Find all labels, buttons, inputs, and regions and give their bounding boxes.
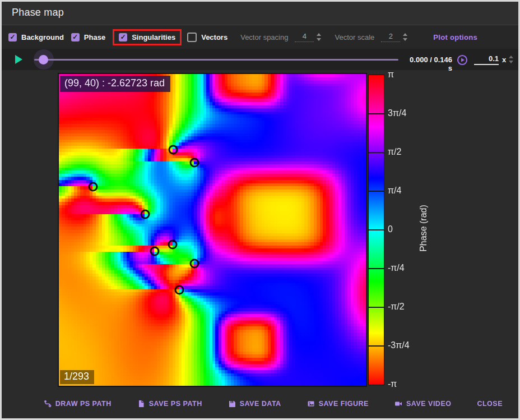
numeric-field-value[interactable]: 2 (381, 32, 400, 42)
speed-input[interactable]: 0.1 (474, 54, 499, 65)
singularity-marker (174, 285, 184, 294)
colorbar (368, 75, 384, 385)
colorbar-tick-line (369, 191, 384, 192)
numeric-field-group: Vector spacing4Vector scale2 (235, 31, 415, 43)
checkbox-checked-icon[interactable]: ✓ (71, 33, 80, 41)
colorbar-tick-line (369, 345, 384, 347)
action-button-label: CLOSE (477, 400, 503, 408)
colorbar-tick-line (369, 152, 384, 153)
colorbar-tick-label: π/2 (388, 147, 401, 157)
action-button-label: SAVE DATA (240, 400, 281, 408)
window-title: Phase map (12, 7, 64, 19)
phase-map: (99, 40) : -2.62723 rad 1/293 (58, 73, 367, 387)
colorbar-tick-label: -π/2 (388, 302, 405, 312)
checkbox-label: Background (21, 33, 64, 41)
colorbar-tick-label: -3π/4 (388, 340, 410, 350)
action-button-label: SAVE VIDEO (406, 400, 451, 408)
video-icon (394, 400, 402, 408)
colorbar-labels: π3π/4π/2π/40-π/4-π/2-3π/4-π (388, 75, 421, 384)
checkbox-checked-icon[interactable]: ✓ (119, 33, 127, 41)
singularities-highlight-box: ✓Singularities (113, 29, 182, 45)
close-button[interactable]: CLOSE (476, 398, 504, 410)
checkbox-item-phase[interactable]: ✓Phase (71, 33, 105, 41)
singularity-marker (190, 259, 199, 269)
checkbox-checked-icon[interactable]: ✓ (8, 33, 17, 41)
save-icon (228, 400, 236, 408)
actions-bar: DRAW PS PATHSAVE PS PATHSAVE DATASAVE FI… (2, 393, 518, 414)
play-button[interactable] (15, 55, 22, 64)
spin-down-icon[interactable] (403, 38, 407, 41)
checkbox-label: Vectors (201, 33, 227, 41)
colorbar-tick-line (369, 307, 384, 308)
spin-down-icon[interactable] (317, 38, 321, 41)
checkbox-group: ✓Background✓Phase✓SingularitiesVectors (8, 29, 235, 45)
save-ps-path-button[interactable]: SAVE PS PATH (136, 398, 203, 410)
replay-icon (457, 54, 468, 66)
colorbar-tick-label: -π/4 (388, 263, 405, 273)
colorbar-tick-label: -π (388, 379, 397, 389)
singularity-marker (168, 145, 178, 155)
colorbar-tick-label: 0 (388, 224, 393, 234)
spin-up-icon[interactable] (509, 56, 513, 58)
save-video-button[interactable]: SAVE VIDEO (393, 398, 452, 410)
colorbar-tick-label: π (388, 70, 394, 80)
speed-suffix: x (502, 56, 506, 64)
numeric-field-spinner (403, 31, 407, 43)
checkbox-item-vectors[interactable]: Vectors (187, 33, 227, 42)
time-label: 0.000 / 0.146 s (404, 56, 452, 72)
toolbar: ✓Background✓Phase✓SingularitiesVectors V… (2, 25, 518, 49)
singularity-marker (150, 246, 159, 256)
playback-row: 0.000 / 0.146 s 0.1 x (2, 49, 518, 70)
singularity-layer (59, 74, 366, 386)
slider-track[interactable] (34, 59, 398, 61)
colorbar-tick-line (369, 113, 384, 114)
checkbox-unchecked-icon[interactable] (187, 33, 197, 42)
colorbar-tick-label: 3π/4 (388, 108, 406, 118)
route-icon (44, 400, 52, 408)
singularity-marker (190, 158, 199, 167)
frame-counter: 1/293 (60, 370, 94, 384)
colorbar-axis-title: Phase (rad) (419, 205, 429, 252)
singularity-marker (140, 210, 150, 219)
numeric-field-spinner (317, 31, 321, 43)
numeric-field-value[interactable]: 4 (295, 32, 314, 42)
checkbox-label: Singularities (132, 33, 175, 41)
numeric-field-label: Vector spacing (240, 33, 288, 41)
save-data-button[interactable]: SAVE DATA (227, 398, 282, 410)
colorbar-tick-label: π/4 (388, 186, 401, 196)
checkbox-item-background[interactable]: ✓Background (8, 33, 64, 41)
file-icon (137, 400, 145, 408)
draw-ps-path-button[interactable]: DRAW PS PATH (43, 398, 113, 410)
save-figure-button[interactable]: SAVE FIGURE (306, 398, 370, 410)
colorbar-tick-line (369, 229, 384, 230)
replay-button[interactable] (457, 54, 468, 66)
numeric-field-label: Vector scale (335, 33, 374, 41)
spin-up-icon[interactable] (317, 33, 321, 36)
checkbox-label: Phase (84, 33, 105, 41)
plot-options-button[interactable]: Plot options (430, 33, 481, 42)
action-button-label: SAVE PS PATH (149, 400, 202, 408)
spin-down-icon[interactable] (509, 61, 513, 63)
title-bar: Phase map (2, 2, 518, 25)
action-button-label: SAVE FIGURE (319, 400, 369, 408)
spin-up-icon[interactable] (403, 33, 407, 36)
checkbox-item-singularities[interactable]: ✓Singularities (119, 33, 175, 41)
action-button-label: DRAW PS PATH (55, 400, 112, 408)
singularity-marker (168, 240, 177, 250)
speed-spinner (509, 53, 513, 66)
window-frame: Phase map ✓Background✓Phase✓Singularitie… (0, 0, 520, 420)
image-icon (307, 400, 315, 408)
map-tooltip: (99, 40) : -2.62723 rad (60, 76, 170, 92)
colorbar-tick-line (369, 268, 384, 269)
singularity-marker (88, 182, 97, 191)
